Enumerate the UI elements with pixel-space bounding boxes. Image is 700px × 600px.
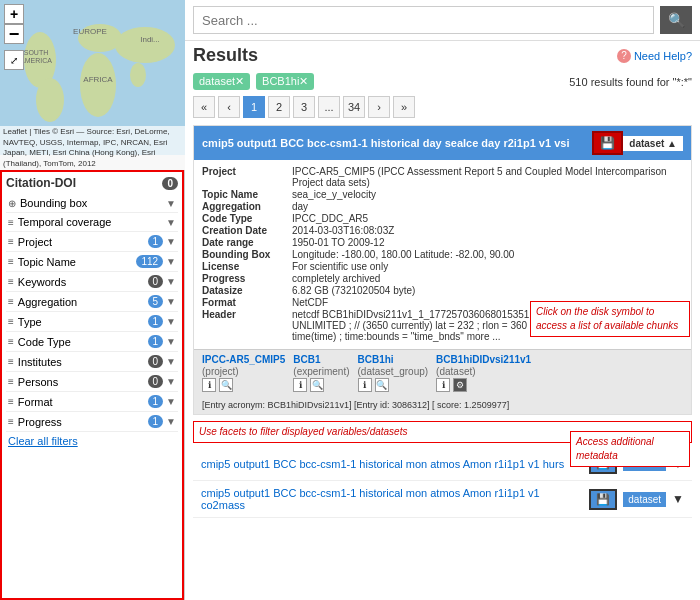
entry-icons: ℹ⚙ [436, 378, 531, 392]
meta-value: completely archived [292, 273, 683, 284]
filter-tag-dataset[interactable]: dataset✕ [193, 73, 250, 90]
zoom-in-button[interactable]: + [4, 4, 24, 24]
disk-symbol-button[interactable]: 💾 [592, 131, 623, 155]
first-page-button[interactable]: « [193, 96, 215, 118]
svg-text:Indi...: Indi... [140, 35, 160, 44]
entry-acronym[interactable]: BCB1hiDIDvsi211v1 [436, 354, 531, 365]
facet-expand-arrow: ▼ [166, 316, 176, 327]
facet-item-aggregation[interactable]: ≡ Aggregation 5 ▼ [6, 292, 178, 312]
facet-expand-arrow: ▼ [166, 236, 176, 247]
next-page-button[interactable]: › [368, 96, 390, 118]
facet-badge: 1 [148, 235, 164, 248]
need-help-link[interactable]: Need Help? [617, 49, 692, 63]
facet-label: ≡ Aggregation [8, 296, 77, 308]
entry-acronym[interactable]: BCB1hi [358, 354, 429, 365]
prev-page-button[interactable]: ‹ [218, 96, 240, 118]
facet-item-persons[interactable]: ≡ Persons 0 ▼ [6, 372, 178, 392]
map-area: EUROPE AFRICA SOUTH AMERICA Indi... + − … [0, 0, 185, 170]
svg-point-4 [36, 78, 64, 122]
search-button[interactable]: 🔍 [660, 6, 692, 34]
facet-item-type[interactable]: ≡ Type 1 ▼ [6, 312, 178, 332]
filter-tag-bcb1hi[interactable]: BCB1hi✕ [256, 73, 314, 90]
facet-label: ≡ Code Type [8, 336, 71, 348]
result-title[interactable]: cmip5 output1 BCC bcc-csm1-1 historical … [201, 487, 583, 511]
facet-items-container: ⊕ Bounding box ▼ ≡ Temporal coverage ▼ ≡… [6, 194, 178, 432]
search-bar: 🔍 [185, 0, 700, 41]
page-2-button[interactable]: 2 [268, 96, 290, 118]
facet-expand-arrow: ▼ [166, 396, 176, 407]
page-3-button[interactable]: 3 [293, 96, 315, 118]
entry-type: (dataset) [436, 366, 531, 377]
entry-action-button[interactable]: 🔍 [219, 378, 233, 392]
entry-action-button[interactable]: ⚙ [453, 378, 467, 392]
meta-label: Creation Date [202, 225, 292, 236]
svg-text:AFRICA: AFRICA [83, 75, 113, 84]
facet-expand-arrow: ▼ [166, 376, 176, 387]
entry-label: [Entry acronym: BCB1hiDIDvsi211v1] [Entr… [202, 400, 683, 410]
entry-acronym[interactable]: BCB1 [293, 354, 349, 365]
map-extent-button[interactable]: ⤢ [4, 50, 24, 70]
entry-action-button[interactable]: ℹ [202, 378, 216, 392]
facet-item-keywords[interactable]: ≡ Keywords 0 ▼ [6, 272, 178, 292]
facet-item-format[interactable]: ≡ Format 1 ▼ [6, 392, 178, 412]
facet-item-project[interactable]: ≡ Project 1 ▼ [6, 232, 178, 252]
facet-item-bounding-box[interactable]: ⊕ Bounding box ▼ [6, 194, 178, 213]
entry-action-button[interactable]: ℹ [436, 378, 450, 392]
entry-action-button[interactable]: 🔍 [375, 378, 389, 392]
facet-badge: 0 [148, 275, 164, 288]
facet-item-label: Keywords [18, 276, 66, 288]
facet-list-icon: ≡ [8, 416, 14, 427]
meta-label: Bounding Box [202, 249, 292, 260]
facet-label: ⊕ Bounding box [8, 197, 87, 209]
facet-item-label: Persons [18, 376, 58, 388]
facet-item-institutes[interactable]: ≡ Institutes 0 ▼ [6, 352, 178, 372]
meta-value: 1950-01 TO 2009-12 [292, 237, 683, 248]
result-dataset-tag[interactable]: dataset [623, 492, 666, 507]
last-page-button[interactable]: » [393, 96, 415, 118]
result-title[interactable]: cmip5 output1 BCC bcc-csm1-1 historical … [201, 458, 583, 470]
entry-action-button[interactable]: ℹ [358, 378, 372, 392]
search-input[interactable] [193, 6, 654, 34]
result-expand-arrow[interactable]: ▼ [672, 492, 684, 506]
meta-label: Aggregation [202, 201, 292, 212]
page-ellipsis: ... [318, 96, 340, 118]
filter-row: dataset✕ BCB1hi✕ 510 results found for "… [185, 70, 700, 93]
meta-row: ProjectIPCC-AR5_CMIP5 (IPCC Assessment R… [202, 166, 683, 188]
facet-item-progress[interactable]: ≡ Progress 1 ▼ [6, 412, 178, 432]
result-floppy-button[interactable]: 💾 [589, 489, 617, 510]
page-1-button[interactable]: 1 [243, 96, 265, 118]
entry-icons: ℹ🔍 [202, 378, 285, 392]
meta-row: LicenseFor scientific use only [202, 261, 683, 272]
facet-item-label: Temporal coverage [18, 216, 112, 228]
zoom-out-button[interactable]: − [4, 24, 24, 44]
clear-all-filters[interactable]: Clear all filters [6, 432, 178, 450]
entry-type: (project) [202, 366, 285, 377]
meta-value: 6.82 GB (7321020504 byte) [292, 285, 683, 296]
facet-item-temporal-coverage[interactable]: ≡ Temporal coverage ▼ [6, 213, 178, 232]
facet-expand-arrow: ▼ [166, 256, 176, 267]
meta-label: Date range [202, 237, 292, 248]
meta-value: sea_ice_y_velocity [292, 189, 683, 200]
right-panel: 🔍 Results Need Help? dataset✕ BCB1hi✕ 51… [185, 0, 700, 600]
svg-point-2 [80, 53, 116, 117]
facet-expand-arrow: ▼ [166, 356, 176, 367]
facet-label: ≡ Institutes [8, 356, 62, 368]
page-34-button[interactable]: 34 [343, 96, 365, 118]
meta-label: Topic Name [202, 189, 292, 200]
facet-list-icon: ≡ [8, 217, 14, 228]
facet-item-label: Project [18, 236, 52, 248]
map-zoom-controls: + − ⤢ [4, 4, 24, 70]
entry-acronym[interactable]: IPCC-AR5_CMIP5 [202, 354, 285, 365]
results-header: Results Need Help? [185, 41, 700, 70]
entry-action-button[interactable]: ℹ [293, 378, 307, 392]
meta-value: 2014-03-03T16:08:03Z [292, 225, 683, 236]
facet-label: ≡ Format [8, 396, 53, 408]
results-count: 510 results found for "*:*" [569, 76, 692, 88]
facet-item-label: Code Type [18, 336, 71, 348]
facet-item-code-type[interactable]: ≡ Code Type 1 ▼ [6, 332, 178, 352]
facet-item-topic-name[interactable]: ≡ Topic Name 112 ▼ [6, 252, 178, 272]
meta-value: IPCC-AR5_CMIP5 (IPCC Assessment Report 5… [292, 166, 683, 188]
dataset-toggle-button[interactable]: dataset ▲ [623, 136, 683, 151]
meta-value: For scientific use only [292, 261, 683, 272]
entry-action-button[interactable]: 🔍 [310, 378, 324, 392]
